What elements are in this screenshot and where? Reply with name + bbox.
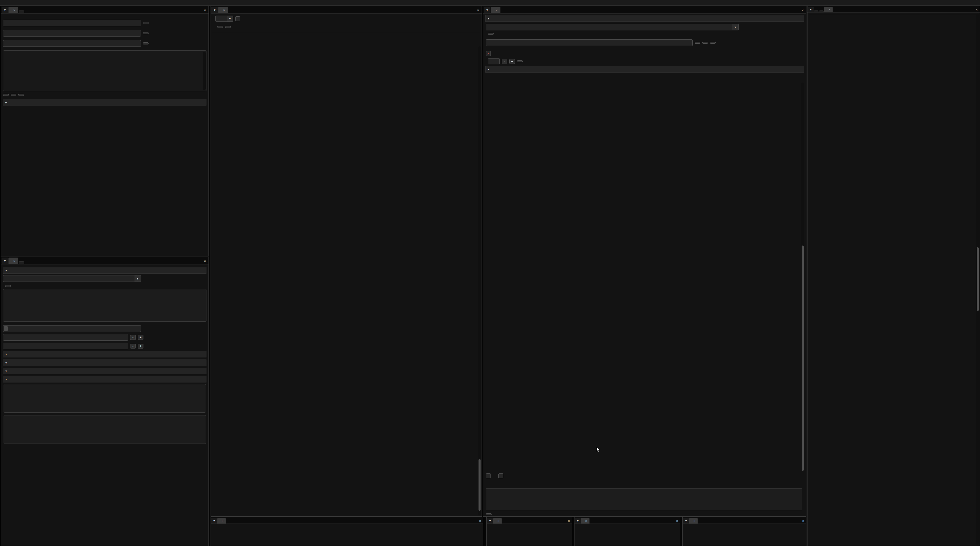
minus-button[interactable]: - [130,344,136,348]
main-context-file-input[interactable] [3,30,141,37]
close-icon[interactable]: × [497,519,500,523]
chevron-down-icon: ▼ [5,362,7,364]
tab-log-management[interactable] [819,11,824,12]
temperature-slider[interactable] [3,325,141,332]
window-menu-icon[interactable]: ▼ [487,518,493,524]
session-insights-header[interactable]: ▼ [3,368,207,374]
close-icon[interactable]: × [13,8,15,12]
panel-close-icon[interactable]: × [674,518,680,524]
tab-context-hub[interactable]: × [8,6,18,13]
global-prompt-textarea[interactable] [3,384,206,413]
panel-close-icon[interactable]: × [474,7,482,13]
panel-close-icon[interactable]: × [566,518,572,524]
close-icon[interactable]: × [585,519,587,523]
close-icon[interactable]: × [223,8,225,12]
save-all-button[interactable] [18,94,24,96]
menu-bar [0,0,980,6]
chevron-right-icon: ▶ [5,101,7,104]
tab-tier2[interactable]: × [493,518,502,524]
provider-model-header[interactable]: ▼ [3,267,207,274]
tab-tier1[interactable]: × [217,518,226,524]
message-error-box[interactable] [486,488,802,510]
plus-button[interactable]: + [509,59,515,64]
operations-log[interactable] [213,46,476,516]
popout-response-checkbox[interactable] [498,473,503,478]
tool-usage-header[interactable]: ▼ [3,359,207,366]
git-browse-button[interactable] [143,22,148,24]
chevron-down-icon: ▼ [5,378,7,381]
history-button[interactable] [486,513,492,515]
discussion-scrollbar[interactable] [801,83,804,471]
window-menu-icon[interactable]: ▼ [211,518,217,524]
popout-toolcalls-checkbox[interactable] [235,16,240,21]
keep-pairs-input[interactable] [488,58,500,64]
plus-button[interactable]: + [138,335,143,340]
discussion-hub-panel: ▼ × × ▼ ▼ [483,6,807,517]
panel-close-icon[interactable]: × [201,258,208,264]
rename-button[interactable] [702,42,708,44]
focus-agent-select[interactable]: ▼ [215,16,233,22]
window-menu-icon[interactable]: ▼ [2,6,8,13]
minus-button[interactable]: - [130,335,136,340]
panel-close-icon[interactable]: × [974,7,980,12]
truncate-button[interactable] [517,60,523,62]
agent-tools-header[interactable]: ▶ [3,99,207,105]
plus-button[interactable]: + [138,344,143,348]
panel-close-icon[interactable]: × [800,518,806,524]
tab-operations-hub[interactable]: × [218,6,228,13]
ops-scrollbar[interactable] [478,46,481,515]
window-menu-icon[interactable]: ▼ [683,518,689,524]
window-menu-icon[interactable]: ▼ [484,6,490,13]
system-prompts-header[interactable]: ▼ [3,376,207,383]
tier3-window: ▼ × × [574,517,680,546]
tab-mma-dashboard[interactable] [814,11,818,12]
clear-button[interactable] [218,26,223,28]
update-commit-button[interactable] [488,33,493,35]
history-truncation-input[interactable] [3,343,128,349]
delete-button[interactable] [710,42,716,44]
project-prompt-textarea[interactable] [3,415,206,444]
window-menu-icon[interactable]: ▼ [575,518,581,524]
max-tokens-input[interactable] [3,334,128,340]
load-log-button[interactable] [225,26,231,28]
close-icon[interactable]: × [694,519,695,523]
panel-close-icon[interactable]: × [799,7,806,13]
git-directory-input[interactable] [3,20,141,26]
output-dir-input[interactable] [3,40,141,47]
panel-close-icon[interactable]: × [477,518,483,524]
close-icon[interactable]: × [496,8,498,12]
tab-files-media[interactable] [19,261,24,264]
window-menu-icon[interactable]: ▼ [211,6,218,13]
tab-tier3[interactable]: × [581,518,590,524]
diagnostics-scrollbar[interactable] [976,14,979,545]
ai-settings-panel: ▼ × × ▼ ▼ [1,257,209,546]
tier2-window: ▼ × × [487,517,572,546]
discussion-name-input[interactable] [486,39,693,46]
discussion-select[interactable]: ▼ [486,24,738,30]
window-menu-icon[interactable]: ▼ [808,6,814,12]
roles-header[interactable]: ▶ [485,66,804,73]
window-menu-icon[interactable]: ▼ [2,257,8,264]
add-project-button[interactable] [3,94,9,96]
close-icon[interactable]: × [13,259,15,263]
panel-close-icon[interactable]: × [201,7,208,13]
output-browse-button[interactable] [143,42,148,45]
minus-button[interactable]: - [502,59,508,64]
tab-discussion-hub[interactable]: × [491,6,501,13]
tab-tier4[interactable]: × [689,518,698,524]
create-button[interactable] [695,42,700,44]
tab-ai-settings[interactable]: × [8,257,18,264]
close-icon[interactable]: × [221,519,224,523]
close-icon[interactable]: × [829,8,830,11]
tab-diagnostics[interactable]: × [824,6,833,12]
discussion-entries-list[interactable] [486,83,800,471]
auto-add-checkbox[interactable]: ✓ [486,51,491,56]
context-browse-button[interactable] [143,32,148,34]
token-budget-header[interactable]: ▼ [3,351,207,358]
new-project-button[interactable] [11,94,16,96]
tab-theme[interactable] [19,11,24,13]
discussions-header[interactable]: ▼ [485,15,804,22]
provider-select[interactable]: ▼ [3,275,141,282]
popout-message-checkbox[interactable] [486,473,491,478]
fetch-models-button[interactable] [5,285,11,287]
